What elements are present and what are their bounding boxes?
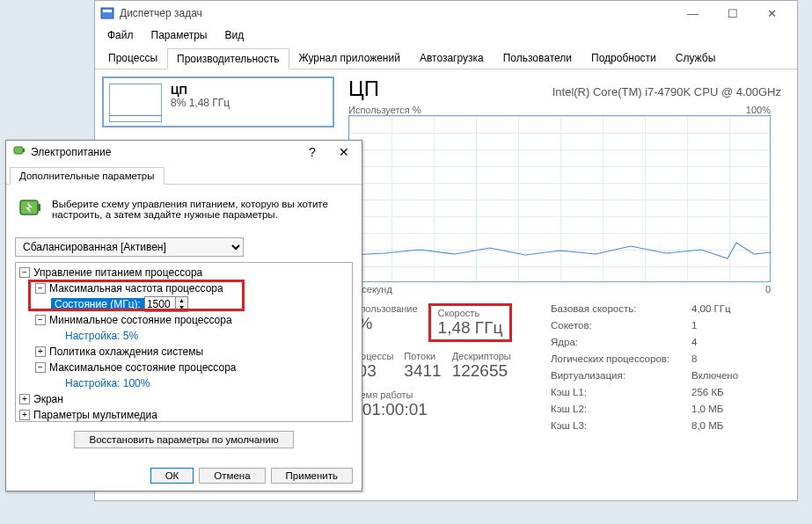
maximize-button[interactable]: ☐ — [713, 1, 752, 25]
expand-icon[interactable]: − — [35, 362, 46, 373]
kv-v: 4,00 ГГц — [691, 303, 731, 320]
tab-details[interactable]: Подробности — [582, 47, 666, 69]
power-title: Электропитание — [31, 146, 111, 158]
svg-rect-0 — [101, 8, 113, 18]
expand-icon[interactable]: + — [35, 346, 46, 357]
cancel-button[interactable]: Отмена — [199, 468, 265, 484]
power-titlebar[interactable]: Электропитание ? ✕ — [6, 141, 362, 164]
state-mhz-input[interactable] — [145, 297, 175, 311]
threads-value: 3411 — [404, 361, 441, 381]
minimize-button[interactable]: — — [673, 1, 713, 25]
power-tabs: Дополнительные параметры — [6, 164, 362, 185]
expand-icon[interactable]: + — [19, 410, 30, 420]
settings-tree[interactable]: − Управление питанием процессора − Макси… — [15, 262, 353, 422]
tree-multimedia[interactable]: Параметры мультимедиа — [33, 409, 157, 421]
kv-k: Базовая скорость: — [551, 303, 691, 320]
cpu-heading: ЦП — [348, 76, 379, 101]
help-button[interactable]: ? — [300, 145, 325, 159]
kv-k: Ядра: — [551, 337, 691, 353]
kv-k: Кэш L2: — [551, 404, 691, 420]
tree-cooling[interactable]: Политика охлаждения системы — [49, 346, 203, 358]
kv-k: Виртуализация: — [551, 370, 691, 387]
svg-rect-1 — [103, 10, 112, 12]
kv-v: 1,0 МБ — [691, 404, 723, 420]
performance-main: ЦП Intel(R) Core(TM) i7-4790K CPU @ 4.00… — [341, 69, 797, 500]
tree-display[interactable]: Экран — [33, 393, 63, 405]
spin-up-icon[interactable]: ▲ — [176, 297, 187, 304]
threads-label: Потоки — [404, 351, 441, 361]
battery-icon-large — [15, 193, 43, 225]
cpu-info-table: Базовая скорость:4,00 ГГц Сокетов:1 Ядра… — [551, 303, 738, 437]
handles-label: Дескрипторы — [452, 351, 511, 361]
tab-services[interactable]: Службы — [666, 47, 725, 69]
svg-rect-5 — [38, 204, 40, 211]
tree-max-freq[interactable]: Максимальная частота процессора — [49, 282, 223, 295]
expand-icon[interactable]: − — [35, 283, 46, 294]
tree-min-state[interactable]: Минимальное состояние процессора — [49, 314, 232, 326]
taskmgr-icon — [100, 6, 114, 20]
state-mhz-spinbox[interactable]: ▲▼ — [144, 296, 188, 312]
tree-setting-100[interactable]: Настройка: 100% — [65, 377, 150, 389]
tree-max-state[interactable]: Максимальное состояние процессора — [49, 361, 236, 374]
kv-k: Кэш L3: — [551, 420, 691, 437]
restore-defaults-button[interactable]: Восстановить параметры по умолчанию — [74, 431, 293, 448]
kv-v: 8 — [691, 353, 697, 370]
tab-startup[interactable]: Автозагрузка — [410, 47, 494, 69]
kv-v: 8,0 МБ — [691, 420, 723, 437]
uptime-label: Время работы — [348, 389, 551, 400]
window-controls: — ☐ ✕ — [673, 1, 792, 25]
cpu-tile[interactable]: ЦП 8% 1,48 ГГц — [102, 76, 334, 127]
expand-icon[interactable]: − — [35, 315, 46, 325]
ok-button[interactable]: ОК — [150, 468, 194, 484]
expand-icon[interactable]: − — [19, 267, 30, 278]
cpu-usage-chart[interactable] — [348, 115, 771, 282]
svg-rect-3 — [23, 149, 25, 152]
speed-label: Скорость — [438, 308, 503, 318]
svg-rect-2 — [14, 147, 23, 154]
uptime-value: 3:01:00:01 — [348, 400, 551, 419]
tree-cpu-power[interactable]: Управление питанием процессора — [33, 266, 202, 279]
tab-app-history[interactable]: Журнал приложений — [289, 47, 410, 69]
menu-bar: Файл Параметры Вид — [95, 25, 797, 45]
window-title: Диспетчер задач — [120, 7, 202, 19]
cpu-tile-sub: 8% 1,48 ГГц — [171, 97, 230, 109]
state-mhz-label: Состояние (МГц): — [51, 298, 144, 310]
kv-k: Кэш L1: — [551, 387, 691, 404]
kv-v: 4 — [691, 337, 697, 353]
menu-view[interactable]: Вид — [216, 27, 252, 43]
tab-users[interactable]: Пользователи — [494, 47, 582, 69]
kv-v: 1 — [691, 320, 697, 337]
kv-v: 256 КБ — [691, 387, 724, 404]
tab-advanced-settings[interactable]: Дополнительные параметры — [10, 167, 165, 185]
chart-top-left: Используется % — [348, 105, 421, 115]
cpu-tile-label: ЦП — [171, 84, 230, 97]
chart-bot-right: 0 — [765, 284, 771, 295]
speed-value: 1,48 ГГц — [438, 318, 503, 338]
close-button[interactable]: ✕ — [752, 1, 792, 25]
handles-value: 122655 — [452, 361, 511, 381]
menu-file[interactable]: Файл — [99, 27, 143, 43]
expand-icon[interactable]: + — [19, 394, 30, 404]
apply-button[interactable]: Применить — [271, 468, 353, 484]
titlebar[interactable]: Диспетчер задач — ☐ ✕ — [95, 1, 797, 25]
kv-v: Включено — [691, 370, 738, 387]
tree-setting-5[interactable]: Настройка: 5% — [65, 330, 138, 342]
kv-k: Логических процессоров: — [551, 353, 691, 370]
speed-highlight: Скорость 1,48 ГГц — [428, 303, 513, 342]
mini-chart — [109, 84, 162, 122]
chart-top-right: 100% — [746, 105, 771, 115]
power-options-window: Электропитание ? ✕ Дополнительные параме… — [5, 140, 362, 491]
tabs-row: Процессы Производительность Журнал прило… — [95, 45, 797, 69]
cpu-model: Intel(R) Core(TM) i7-4790K CPU @ 4.00GHz — [552, 85, 781, 98]
tab-performance[interactable]: Производительность — [167, 48, 289, 69]
kv-k: Сокетов: — [551, 320, 691, 337]
power-intro-text: Выберите схему управления питанием, кото… — [52, 199, 353, 220]
power-close-button[interactable]: ✕ — [332, 145, 356, 159]
chart-line — [349, 239, 772, 266]
spin-down-icon[interactable]: ▼ — [176, 304, 187, 311]
battery-icon — [11, 143, 26, 161]
power-scheme-select[interactable]: Сбалансированная [Активен] — [15, 237, 244, 257]
menu-options[interactable]: Параметры — [143, 27, 216, 43]
tab-processes[interactable]: Процессы — [99, 47, 167, 69]
